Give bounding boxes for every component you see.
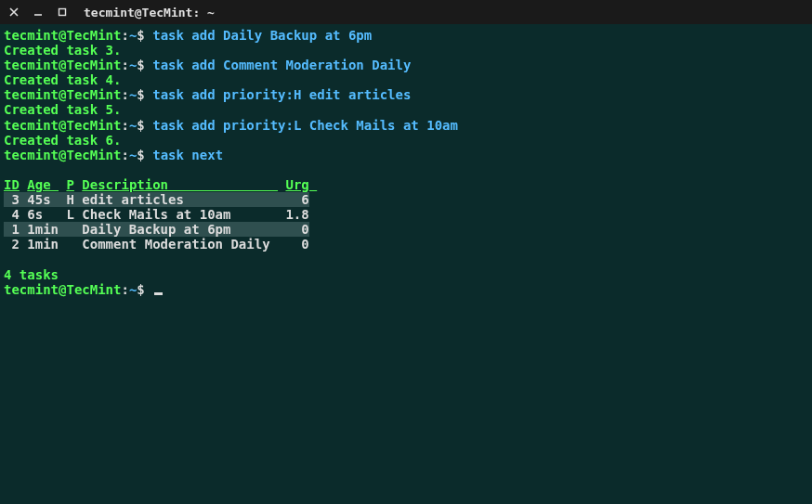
prompt-user: tecmint	[4, 118, 59, 133]
prompt-host: TecMint	[66, 282, 121, 297]
command-line: tecmint@TecMint:~$	[4, 282, 808, 297]
prompt-colon: :	[121, 282, 128, 297]
prompt-user: tecmint	[4, 148, 59, 162]
svg-rect-0	[59, 9, 66, 16]
command-text: task add priority:H edit articles	[152, 87, 411, 102]
command-line: tecmint@TecMint:~$ task add Daily Backup…	[4, 28, 808, 43]
prompt-user: tecmint	[4, 87, 59, 102]
table-row: 2 1min Comment Moderation Daily 0	[4, 237, 808, 252]
prompt-symbol: $	[137, 118, 152, 133]
minimize-icon[interactable]	[32, 6, 45, 19]
maximize-icon[interactable]	[56, 6, 69, 19]
prompt-symbol: $	[137, 282, 152, 297]
prompt-host: TecMint	[66, 28, 121, 43]
command-line: tecmint@TecMint:~$ task add priority:H e…	[4, 87, 808, 102]
prompt-symbol: $	[137, 148, 152, 162]
command-line: tecmint@TecMint:~$ task add priority:L C…	[4, 118, 808, 133]
prompt-colon: :	[121, 28, 128, 43]
table-row: 1 1min Daily Backup at 6pm 0	[4, 222, 808, 237]
prompt-host: TecMint	[66, 58, 121, 72]
table-header: ID Age P Description Urg	[4, 177, 808, 192]
table-row: 4 6s L Check Mails at 10am 1.8	[4, 207, 808, 222]
table-row: 3 45s H edit articles 6	[4, 192, 808, 207]
command-text: task add Comment Moderation Daily	[152, 58, 411, 72]
prompt-host: TecMint	[66, 148, 121, 162]
prompt-host: TecMint	[66, 118, 121, 133]
blank-line	[4, 162, 808, 177]
terminal-body[interactable]: tecmint@TecMint:~$ task add Daily Backup…	[0, 24, 812, 301]
close-icon[interactable]	[7, 6, 20, 19]
command-text: task next	[152, 148, 223, 162]
command-output: Created task 4.	[4, 72, 808, 87]
command-line: tecmint@TecMint:~$ task next	[4, 148, 808, 162]
prompt-colon: :	[121, 118, 128, 133]
prompt-symbol: $	[137, 28, 152, 43]
command-line: tecmint@TecMint:~$ task add Comment Mode…	[4, 58, 808, 72]
prompt-symbol: $	[137, 58, 152, 72]
prompt-user: tecmint	[4, 28, 59, 43]
cursor-icon	[154, 292, 163, 295]
command-text: task add Daily Backup at 6pm	[152, 28, 372, 43]
blank-line	[4, 252, 808, 266]
prompt-user: tecmint	[4, 58, 59, 72]
prompt-symbol: $	[137, 87, 152, 102]
command-output: Created task 5.	[4, 102, 808, 117]
command-output: Created task 6.	[4, 133, 808, 148]
command-output: Created task 3.	[4, 43, 808, 58]
prompt-user: tecmint	[4, 282, 59, 297]
prompt-colon: :	[121, 58, 128, 72]
prompt-colon: :	[121, 148, 128, 162]
task-count: 4 tasks	[4, 267, 808, 282]
prompt-host: TecMint	[66, 87, 121, 102]
command-text: task add priority:L Check Mails at 10am	[152, 118, 458, 133]
window-title: tecmint@TecMint: ~	[84, 6, 215, 19]
window-titlebar: tecmint@TecMint: ~	[0, 0, 812, 24]
prompt-colon: :	[121, 87, 128, 102]
